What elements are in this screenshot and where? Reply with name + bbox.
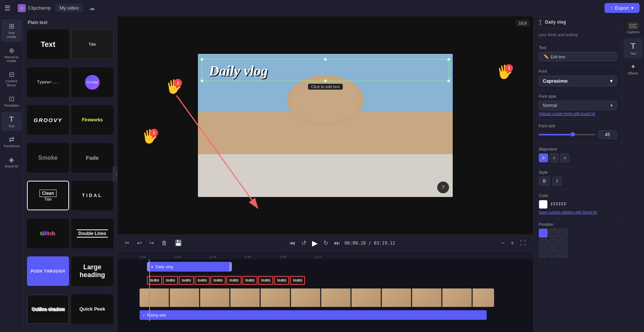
clip-label: Daily vlog [155,264,173,269]
pos-mid-center[interactable] [549,239,558,248]
skip-back-button[interactable]: ⏮ [288,238,297,248]
font-size-thumb[interactable] [571,132,575,136]
pos-mid-left[interactable] [539,239,548,248]
vid-thumb-11 [442,288,472,307]
pos-top-left[interactable] [539,229,548,238]
video-overlay-text[interactable]: Daily vlog [209,63,268,79]
pos-top-center[interactable] [549,229,558,238]
template-large-heading[interactable]: Large heading [71,256,113,286]
sidebar-item-record-create[interactable]: ⊕ Record & create [1,44,22,66]
font-style-selector[interactable]: Normal ▾ [539,101,617,110]
bold-button[interactable]: B [539,177,550,186]
vid-thumb-3 [200,288,230,307]
export-chevron-icon: ▾ [631,5,634,11]
save-palette-link[interactable]: Save custom palettes with brand kit [539,210,617,214]
pos-mid-right[interactable] [559,239,568,248]
template-tidal[interactable]: TIDAL [71,181,113,210]
style-buttons: B I [539,177,617,186]
template-double-lines[interactable]: Double Lines [71,219,113,248]
pos-top-right[interactable] [559,229,568,238]
template-fireworks[interactable]: Fireworks [71,105,113,135]
sidebar-item-templates[interactable]: ⊡ Templates [1,92,22,111]
align-right-button[interactable]: ≡ [560,153,569,162]
music-clip[interactable]: ♪ Rising star [140,310,487,320]
rp-font-size-section: Font size 45 [534,120,622,143]
pos-bot-left[interactable] [539,249,548,257]
template-fade[interactable]: Fade [71,143,113,173]
upload-fonts-link[interactable]: Upload custom fonts with brand kit [539,112,617,116]
italic-button[interactable]: I [552,177,562,186]
align-center-button[interactable]: ≡ [549,153,559,162]
text-clip[interactable]: ⏸ Daily vlog [147,262,232,272]
replay-5-button[interactable]: ↺ [300,238,308,248]
playback-controls: ✂ ↩ ↪ 🗑 💾 ⏮ ↺ ▶ ↻ ⏭ 00:00.28 / 03:19.12 [117,235,533,251]
edit-text-button[interactable]: ✏️ Edit text [539,52,617,61]
sidebar-item-your-media[interactable]: ⊞ Your media [1,19,22,42]
sidebar-item-brand-kit[interactable]: ◈ Brand kit [1,153,22,172]
template-title[interactable]: Title [71,30,113,59]
template-groovy[interactable]: GROOVY [27,105,69,135]
rp-text-section: Text ✏️ Edit text [534,42,622,65]
sidebar-item-transitions[interactable]: ⇄ Transitions [1,132,22,151]
redo-button[interactable]: ↪ [148,238,155,248]
skip-forward-button[interactable]: ⏭ [333,238,342,248]
forward-5-button[interactable]: ↻ [322,238,330,248]
template-clean-title[interactable]: Clean Title [27,181,69,210]
save-frame-button[interactable]: 💾 [173,238,184,248]
clip-pause-icon: ⏸ [150,265,154,269]
font-size-slider[interactable] [539,134,595,135]
ruler-mark-0: 0:00 [140,255,175,259]
alignment-label: Alignment [539,147,617,151]
sidebar-item-content-library[interactable]: ⊟ Content library [1,68,22,90]
edit-text-icon: ✏️ [544,54,549,59]
sub-badge-9: SUBS [274,276,289,285]
font-size-input[interactable]: 45 [598,130,617,139]
zoom-out-timeline[interactable]: − [500,238,506,248]
svg-text:C: C [21,7,23,10]
template-smoke[interactable]: Smoke [27,143,69,173]
ruler-mark-3: 0:06 [245,255,280,259]
sub-badge-8: SUBS [258,276,273,285]
sidebar-item-text[interactable]: T Text [1,112,22,131]
delete-button[interactable]: 🗑 [160,238,169,248]
timeline-content: ▼ ⏸ Daily vlog SUBS [117,259,533,332]
your-media-icon: ⊞ [9,22,14,30]
cursor-annotation-3: 🖐 3 [496,64,513,80]
template-quick-peek[interactable]: Quick Peek [71,294,113,324]
far-right-sidebar: CC Captions T Text ✦ Effects [622,16,644,332]
text-section-label: Text [539,45,617,50]
split-button[interactable]: ✂ [123,238,131,248]
export-button[interactable]: ↑ Export ▾ [604,3,640,13]
undo-button[interactable]: ↩ [136,238,143,248]
main-area: ⊞ Your media ⊕ Record & create ⊟ Content… [0,16,644,332]
template-text[interactable]: Text [27,30,69,59]
pos-bot-center[interactable] [549,249,558,257]
hamburger-button[interactable]: ☰ [4,4,10,12]
align-left-button[interactable]: ≡ [539,153,548,162]
help-button[interactable]: ? [437,181,449,193]
template-typewriter[interactable]: Typewr... [27,68,69,97]
template-push-through[interactable]: PUSH THROUGH [27,256,69,286]
color-swatch[interactable] [539,200,548,209]
font-selector[interactable]: Caprasimo ▾ [539,76,617,86]
effects-tool-button[interactable]: ✦ Effects [624,60,643,78]
template-circular[interactable]: Circular [71,68,113,97]
video-tab[interactable]: My video [55,4,83,12]
video-strip[interactable] [140,288,494,307]
captions-tool-button[interactable]: CC Captions [624,19,643,37]
template-outline-shadow[interactable]: Outline shadow [27,294,69,324]
cursor-number-3: 3 [505,64,513,72]
text-tool-button[interactable]: T Text [624,38,643,58]
sub-badge-6: SUBS [226,276,242,285]
clip-handle-right[interactable] [229,262,232,271]
zoom-in-timeline[interactable]: + [509,238,515,248]
fullscreen-button[interactable]: ⛶ [518,238,527,248]
rp-font-section: Font Caprasimo ▾ [534,65,622,90]
content-library-icon: ⊟ [9,70,14,79]
panel-collapse-button[interactable]: ‹ [113,167,117,181]
text-icon: T [9,115,14,124]
play-pause-button[interactable]: ▶ [311,237,319,249]
template-glitch[interactable]: Glitch [27,219,69,248]
pos-bot-right[interactable] [559,249,568,257]
cursor-annotation-1: 🖐 1 [141,129,158,144]
